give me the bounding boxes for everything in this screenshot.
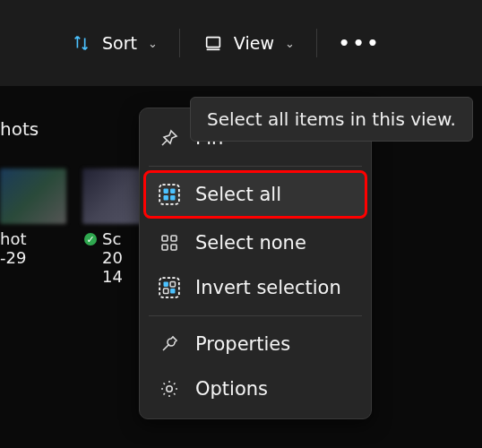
sort-label: Sort (102, 33, 137, 53)
menu-item-label: Select none (195, 232, 306, 254)
sync-check-icon: ✓ (82, 231, 99, 247)
file-name: hot (0, 229, 66, 248)
menu-divider (149, 315, 362, 316)
svg-rect-10 (159, 278, 179, 297)
svg-rect-3 (170, 189, 175, 194)
menu-item-label: Select all (195, 184, 281, 205)
svg-rect-4 (164, 195, 168, 200)
svg-point-15 (167, 386, 172, 392)
chevron-down-icon: ⌄ (285, 37, 295, 50)
svg-rect-14 (170, 289, 175, 293)
file-item[interactable]: hot -29 (0, 168, 66, 286)
menu-item-label: Properties (195, 333, 290, 355)
context-menu: Pin Select all Select none (139, 108, 372, 419)
svg-rect-12 (170, 282, 175, 287)
file-name: Sc (102, 229, 123, 248)
file-sub: -29 (0, 248, 66, 267)
file-sub: 20 (102, 248, 123, 267)
menu-invert-selection[interactable]: Invert selection (145, 265, 366, 310)
view-label: View (234, 33, 274, 53)
menu-properties[interactable]: Properties (145, 322, 366, 366)
toolbar: Sort ⌄ View ⌄ ••• (0, 0, 482, 86)
wrench-icon (158, 332, 181, 356)
svg-rect-13 (164, 289, 168, 293)
menu-item-label: Invert selection (195, 277, 341, 298)
svg-rect-11 (164, 282, 168, 287)
menu-select-all[interactable]: Select all (145, 172, 366, 217)
svg-rect-0 (207, 38, 220, 47)
select-none-icon (158, 231, 181, 254)
svg-rect-8 (162, 245, 168, 250)
sort-icon (70, 31, 93, 55)
select-all-icon (158, 183, 181, 206)
pin-icon (158, 126, 181, 150)
svg-rect-9 (171, 245, 176, 250)
view-icon (202, 31, 225, 55)
svg-rect-6 (162, 236, 168, 241)
more-button[interactable]: ••• (323, 23, 397, 63)
sort-button[interactable]: Sort ⌄ (54, 22, 174, 64)
tooltip: Select all items in this view. (190, 97, 473, 142)
menu-divider (149, 166, 362, 167)
menu-options[interactable]: Options (145, 366, 366, 411)
svg-rect-2 (164, 189, 168, 194)
svg-rect-5 (170, 195, 175, 200)
more-icon: ••• (339, 32, 381, 54)
toolbar-divider (316, 29, 317, 57)
thumbnail-row: hot -29 ✓ Sc 20 14 (0, 168, 149, 286)
thumbnail-image (0, 168, 66, 224)
view-button[interactable]: View ⌄ (185, 22, 311, 64)
file-sub2: 14 (102, 267, 123, 286)
menu-select-none[interactable]: Select none (145, 220, 366, 265)
group-title: hots (0, 118, 39, 140)
invert-selection-icon (158, 276, 181, 299)
toolbar-divider (179, 29, 180, 57)
chevron-down-icon: ⌄ (148, 37, 158, 50)
svg-rect-7 (171, 236, 176, 241)
menu-item-label: Options (195, 378, 268, 400)
svg-rect-1 (159, 185, 179, 204)
gear-icon (158, 377, 181, 401)
